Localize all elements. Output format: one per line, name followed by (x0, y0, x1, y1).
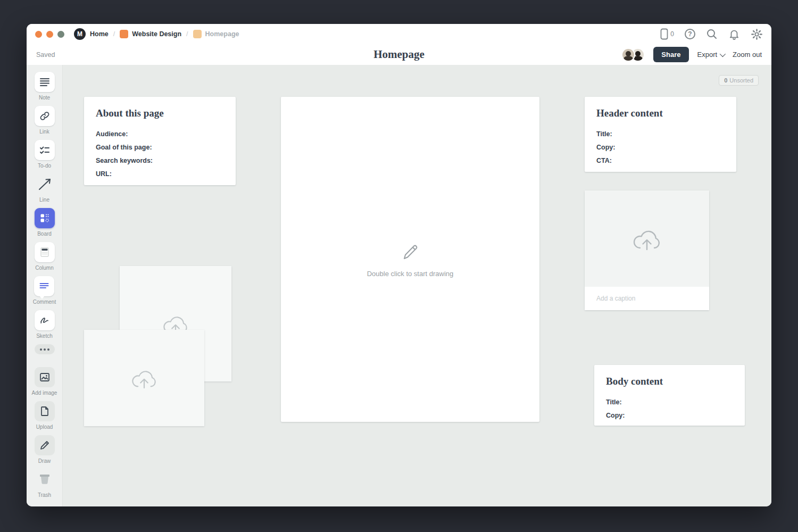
settings-button[interactable] (751, 28, 763, 40)
note-card-about[interactable]: About this page Audience: Goal of this p… (84, 97, 236, 185)
tool-label: Note (39, 95, 50, 101)
tool-label: Board (37, 231, 52, 237)
board-canvas[interactable]: 0Unsorted About this page Audience: Goal… (63, 65, 771, 506)
tool-label: Line (39, 197, 49, 203)
drawing-hint: Double click to start drawing (367, 270, 454, 278)
arrow-line-icon (37, 176, 53, 192)
tool-todo[interactable]: To-do (35, 140, 55, 169)
search-button[interactable] (706, 28, 718, 40)
breadcrumb-project[interactable]: Website Design (120, 30, 181, 38)
field-label: Copy: (596, 141, 725, 154)
help-icon: ? (685, 29, 695, 39)
caption-input[interactable]: Add a caption (585, 287, 709, 310)
unsorted-label: Unsorted (729, 77, 753, 84)
tool-label: Draw (38, 458, 51, 464)
trash-icon (37, 471, 53, 487)
field-label: URL: (96, 168, 224, 181)
tool-trash[interactable]: Trash (35, 469, 55, 498)
tool-label: Link (39, 129, 49, 135)
image-dropzone[interactable] (585, 190, 709, 287)
tool-line[interactable]: Line (35, 174, 55, 203)
toolbar-actions: Share Export Zoom out (621, 47, 762, 62)
gear-icon (751, 28, 763, 40)
tool-label: Sketch (36, 333, 53, 339)
tool-upload[interactable]: Upload (35, 401, 55, 430)
field-label: Title: (596, 128, 725, 141)
search-icon (706, 28, 718, 40)
cloud-upload-icon (129, 366, 159, 390)
sketch-icon (38, 314, 51, 327)
help-button[interactable]: ? (685, 29, 695, 39)
breadcrumb: Home / Website Design / Homepage (90, 30, 239, 38)
window-maximize-button[interactable] (57, 31, 64, 38)
bell-icon (728, 28, 740, 40)
comment-icon (38, 280, 50, 292)
tool-link[interactable]: Link (35, 106, 55, 135)
unsorted-badge[interactable]: 0Unsorted (719, 75, 759, 86)
field-label: Search keywords: (96, 154, 224, 168)
tool-label: Upload (36, 424, 53, 430)
more-options-icon (35, 344, 55, 354)
titlebar-actions: 0 ? (660, 28, 763, 40)
image-upload-card[interactable]: Add a caption (585, 190, 709, 310)
cloud-upload-icon (630, 226, 663, 252)
todo-icon (39, 144, 51, 156)
milanote-logo[interactable]: M (74, 28, 86, 40)
share-button[interactable]: Share (653, 47, 688, 62)
note-card-header-content[interactable]: Header content Title: Copy: CTA: (585, 97, 736, 172)
breadcrumb-separator: / (113, 30, 115, 38)
titlebar: M Home / Website Design / Homepage 0 (27, 24, 771, 44)
window-minimize-button[interactable] (46, 31, 53, 38)
export-label: Export (697, 51, 718, 59)
tool-board-selected[interactable]: Board (35, 208, 55, 237)
tool-label: Trash (38, 492, 51, 498)
field-label: Goal of this page: (96, 141, 224, 154)
tool-column[interactable]: Column (35, 242, 55, 271)
image-placeholder[interactable] (84, 330, 204, 426)
tool-label: Column (35, 265, 53, 271)
field-label: Copy: (606, 409, 733, 422)
breadcrumb-home-label: Home (90, 30, 109, 38)
breadcrumb-separator: / (186, 30, 188, 38)
board-icon-orange (120, 30, 128, 38)
tool-label: Comment (33, 299, 56, 305)
window-controls (35, 31, 64, 38)
collaborator-avatars[interactable] (621, 48, 645, 62)
sketch-card[interactable]: Double click to start drawing (281, 97, 539, 422)
tool-label: To-do (38, 163, 51, 169)
avatar[interactable] (621, 48, 635, 62)
add-image-icon (39, 371, 51, 383)
link-icon (39, 110, 51, 122)
saved-status: Saved (36, 51, 55, 59)
tool-more[interactable] (35, 344, 55, 354)
notifications-button[interactable] (728, 28, 740, 40)
breadcrumb-home[interactable]: Home (90, 30, 109, 38)
tool-sketch[interactable]: Sketch (35, 310, 55, 339)
tool-note[interactable]: Note (35, 72, 55, 101)
export-button[interactable]: Export (697, 51, 725, 59)
draw-pencil-icon (39, 439, 51, 451)
tool-label: Add image (32, 390, 57, 396)
app-body: Note Link (27, 65, 771, 506)
field-label: CTA: (596, 154, 725, 168)
phone-icon (660, 28, 668, 40)
tool-draw[interactable]: Draw (35, 435, 55, 464)
tool-add-image[interactable]: Add image (32, 367, 57, 396)
board-icon-light-orange (193, 30, 202, 38)
app-window: M Home / Website Design / Homepage 0 (27, 24, 771, 506)
zoom-out-button[interactable]: Zoom out (733, 51, 762, 59)
card-title: Header content (596, 107, 725, 119)
field-label: Audience: (96, 128, 224, 141)
window-close-button[interactable] (35, 31, 42, 38)
note-icon (39, 76, 51, 88)
note-card-body-content[interactable]: Body content Title: Copy: (594, 365, 745, 426)
breadcrumb-page-label: Homepage (205, 30, 239, 38)
card-title: Body content (606, 376, 733, 387)
tool-comment[interactable]: Comment (33, 276, 56, 305)
board-icon (39, 212, 51, 224)
device-count: 0 (670, 30, 674, 38)
mobile-device-button[interactable]: 0 (660, 28, 674, 40)
field-label: Title: (606, 396, 733, 409)
upload-file-icon (39, 405, 51, 417)
breadcrumb-current-page[interactable]: Homepage (193, 30, 239, 38)
